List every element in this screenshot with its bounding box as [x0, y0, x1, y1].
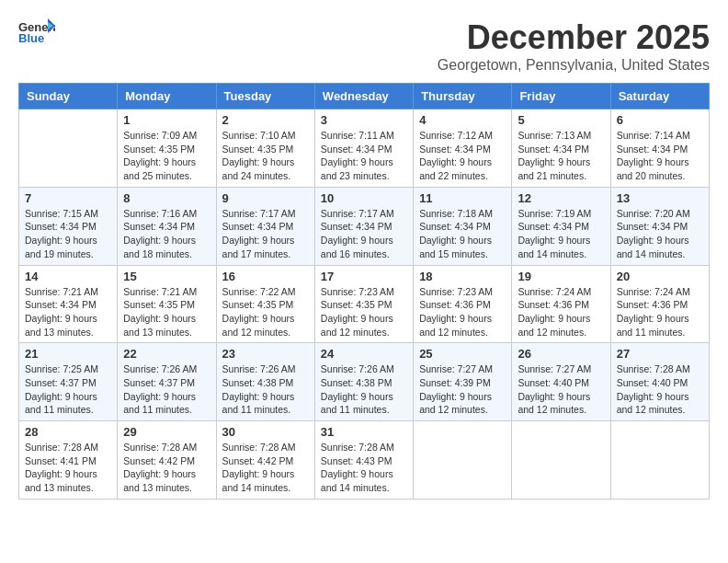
- table-row: 1Sunrise: 7:09 AMSunset: 4:35 PMDaylight…: [118, 109, 216, 188]
- logo-icon: General Blue: [18, 18, 55, 44]
- location-title: Georgetown, Pennsylvania, United States: [438, 57, 710, 74]
- table-row: [19, 109, 118, 188]
- table-row: 17Sunrise: 7:23 AMSunset: 4:35 PMDayligh…: [314, 265, 413, 343]
- day-number: 28: [25, 425, 111, 439]
- logo: General Blue: [18, 18, 55, 44]
- day-info: Sunrise: 7:17 AMSunset: 4:34 PMDaylight:…: [222, 207, 309, 261]
- day-number: 7: [25, 191, 111, 205]
- table-row: 29Sunrise: 7:28 AMSunset: 4:42 PMDayligh…: [118, 421, 216, 500]
- day-number: 2: [222, 113, 309, 127]
- day-info: Sunrise: 7:26 AMSunset: 4:38 PMDaylight:…: [222, 362, 309, 417]
- table-row: 11Sunrise: 7:18 AMSunset: 4:34 PMDayligh…: [414, 187, 512, 265]
- day-info: Sunrise: 7:23 AMSunset: 4:35 PMDaylight:…: [321, 285, 407, 339]
- table-row: 5Sunrise: 7:13 AMSunset: 4:34 PMDaylight…: [512, 109, 610, 188]
- table-row: 8Sunrise: 7:16 AMSunset: 4:34 PMDaylight…: [118, 187, 216, 265]
- day-number: 12: [518, 191, 604, 205]
- day-number: 15: [123, 270, 210, 283]
- day-number: 4: [419, 113, 506, 127]
- day-number: 18: [419, 270, 506, 283]
- day-info: Sunrise: 7:12 AMSunset: 4:34 PMDaylight:…: [419, 129, 506, 183]
- table-row: 25Sunrise: 7:27 AMSunset: 4:39 PMDayligh…: [414, 343, 512, 421]
- day-number: 14: [25, 270, 111, 283]
- day-info: Sunrise: 7:20 AMSunset: 4:34 PMDaylight:…: [617, 207, 703, 261]
- header-sunday: Sunday: [19, 84, 118, 109]
- calendar-week-row: 21Sunrise: 7:25 AMSunset: 4:37 PMDayligh…: [19, 343, 710, 421]
- day-info: Sunrise: 7:21 AMSunset: 4:34 PMDaylight:…: [25, 285, 111, 339]
- table-row: 30Sunrise: 7:28 AMSunset: 4:42 PMDayligh…: [216, 421, 314, 500]
- table-row: 13Sunrise: 7:20 AMSunset: 4:34 PMDayligh…: [610, 187, 709, 265]
- header-monday: Monday: [118, 84, 216, 109]
- table-row: 28Sunrise: 7:28 AMSunset: 4:41 PMDayligh…: [19, 421, 118, 500]
- day-info: Sunrise: 7:13 AMSunset: 4:34 PMDaylight:…: [518, 129, 604, 183]
- day-number: 6: [617, 113, 703, 127]
- day-info: Sunrise: 7:16 AMSunset: 4:34 PMDaylight:…: [123, 207, 210, 261]
- day-info: Sunrise: 7:15 AMSunset: 4:34 PMDaylight:…: [25, 207, 111, 261]
- svg-text:Blue: Blue: [18, 31, 44, 44]
- calendar-week-row: 7Sunrise: 7:15 AMSunset: 4:34 PMDaylight…: [19, 187, 710, 265]
- day-number: 11: [419, 191, 506, 205]
- table-row: 31Sunrise: 7:28 AMSunset: 4:43 PMDayligh…: [314, 421, 413, 500]
- table-row: 21Sunrise: 7:25 AMSunset: 4:37 PMDayligh…: [19, 343, 118, 421]
- day-number: 21: [25, 347, 111, 361]
- table-row: 19Sunrise: 7:24 AMSunset: 4:36 PMDayligh…: [512, 265, 610, 343]
- table-row: 23Sunrise: 7:26 AMSunset: 4:38 PMDayligh…: [216, 343, 314, 421]
- table-row: 16Sunrise: 7:22 AMSunset: 4:35 PMDayligh…: [216, 265, 314, 343]
- day-info: Sunrise: 7:24 AMSunset: 4:36 PMDaylight:…: [518, 285, 604, 339]
- day-info: Sunrise: 7:21 AMSunset: 4:35 PMDaylight:…: [123, 285, 210, 339]
- header-tuesday: Tuesday: [216, 84, 314, 109]
- day-info: Sunrise: 7:27 AMSunset: 4:39 PMDaylight:…: [419, 362, 506, 417]
- calendar-week-row: 28Sunrise: 7:28 AMSunset: 4:41 PMDayligh…: [19, 421, 710, 500]
- header-saturday: Saturday: [610, 84, 709, 109]
- table-row: [414, 421, 512, 500]
- table-row: 27Sunrise: 7:28 AMSunset: 4:40 PMDayligh…: [610, 343, 709, 421]
- day-info: Sunrise: 7:09 AMSunset: 4:35 PMDaylight:…: [123, 129, 210, 183]
- day-number: 16: [222, 270, 309, 283]
- day-info: Sunrise: 7:28 AMSunset: 4:41 PMDaylight:…: [25, 441, 111, 495]
- day-number: 17: [321, 270, 407, 283]
- day-info: Sunrise: 7:17 AMSunset: 4:34 PMDaylight:…: [321, 207, 407, 261]
- day-number: 3: [321, 113, 407, 127]
- calendar-week-row: 1Sunrise: 7:09 AMSunset: 4:35 PMDaylight…: [19, 109, 710, 188]
- day-number: 9: [222, 191, 309, 205]
- day-number: 22: [123, 347, 210, 361]
- header-friday: Friday: [512, 84, 610, 109]
- calendar-table: Sunday Monday Tuesday Wednesday Thursday…: [18, 83, 710, 500]
- table-row: 26Sunrise: 7:27 AMSunset: 4:40 PMDayligh…: [512, 343, 610, 421]
- day-number: 23: [222, 347, 309, 361]
- day-number: 26: [518, 347, 604, 361]
- day-number: 13: [617, 191, 703, 205]
- day-number: 20: [617, 270, 703, 283]
- table-row: 3Sunrise: 7:11 AMSunset: 4:34 PMDaylight…: [314, 109, 413, 188]
- table-row: 15Sunrise: 7:21 AMSunset: 4:35 PMDayligh…: [118, 265, 216, 343]
- day-info: Sunrise: 7:22 AMSunset: 4:35 PMDaylight:…: [222, 285, 309, 339]
- table-row: 14Sunrise: 7:21 AMSunset: 4:34 PMDayligh…: [19, 265, 118, 343]
- day-info: Sunrise: 7:23 AMSunset: 4:36 PMDaylight:…: [419, 285, 506, 339]
- day-info: Sunrise: 7:26 AMSunset: 4:38 PMDaylight:…: [321, 362, 407, 417]
- day-number: 19: [518, 270, 604, 283]
- table-row: 7Sunrise: 7:15 AMSunset: 4:34 PMDaylight…: [19, 187, 118, 265]
- day-info: Sunrise: 7:26 AMSunset: 4:37 PMDaylight:…: [123, 362, 210, 417]
- day-number: 10: [321, 191, 407, 205]
- day-info: Sunrise: 7:11 AMSunset: 4:34 PMDaylight:…: [321, 129, 407, 183]
- calendar-header-row: Sunday Monday Tuesday Wednesday Thursday…: [19, 84, 710, 109]
- header: General Blue December 2025 Georgetown, P…: [18, 18, 710, 74]
- table-row: [512, 421, 610, 500]
- table-row: 6Sunrise: 7:14 AMSunset: 4:34 PMDaylight…: [610, 109, 709, 188]
- day-info: Sunrise: 7:10 AMSunset: 4:35 PMDaylight:…: [222, 129, 309, 183]
- day-info: Sunrise: 7:14 AMSunset: 4:34 PMDaylight:…: [617, 129, 703, 183]
- day-info: Sunrise: 7:28 AMSunset: 4:42 PMDaylight:…: [123, 441, 210, 495]
- table-row: 24Sunrise: 7:26 AMSunset: 4:38 PMDayligh…: [314, 343, 413, 421]
- table-row: 12Sunrise: 7:19 AMSunset: 4:34 PMDayligh…: [512, 187, 610, 265]
- day-info: Sunrise: 7:28 AMSunset: 4:40 PMDaylight:…: [617, 362, 703, 417]
- table-row: 4Sunrise: 7:12 AMSunset: 4:34 PMDaylight…: [414, 109, 512, 188]
- title-area: December 2025 Georgetown, Pennsylvania, …: [438, 18, 710, 74]
- table-row: 22Sunrise: 7:26 AMSunset: 4:37 PMDayligh…: [118, 343, 216, 421]
- header-thursday: Thursday: [414, 84, 512, 109]
- header-wednesday: Wednesday: [314, 84, 413, 109]
- day-info: Sunrise: 7:25 AMSunset: 4:37 PMDaylight:…: [25, 362, 111, 417]
- day-info: Sunrise: 7:18 AMSunset: 4:34 PMDaylight:…: [419, 207, 506, 261]
- table-row: 20Sunrise: 7:24 AMSunset: 4:36 PMDayligh…: [610, 265, 709, 343]
- day-info: Sunrise: 7:27 AMSunset: 4:40 PMDaylight:…: [518, 362, 604, 417]
- table-row: 18Sunrise: 7:23 AMSunset: 4:36 PMDayligh…: [414, 265, 512, 343]
- day-number: 30: [222, 425, 309, 439]
